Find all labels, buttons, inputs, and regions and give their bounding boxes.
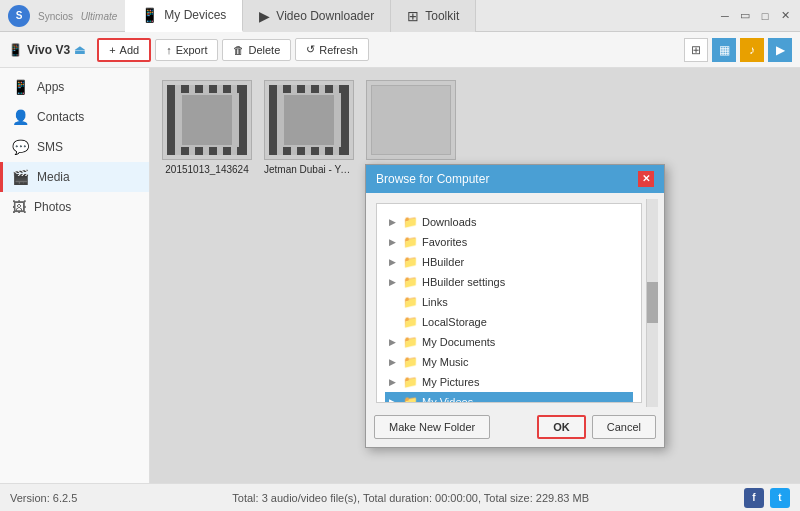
sidebar-item-sms[interactable]: 💬 SMS bbox=[0, 132, 149, 162]
sidebar-item-media[interactable]: 🎬 Media bbox=[0, 162, 149, 192]
folder-icon: 📁 bbox=[403, 235, 418, 249]
app-logo: S bbox=[8, 5, 30, 27]
dialog-footer-left: Make New Folder bbox=[374, 415, 490, 439]
arrow-icon: ▶ bbox=[389, 337, 399, 347]
eject-icon[interactable]: ⏏ bbox=[74, 43, 85, 57]
contacts-icon: 👤 bbox=[12, 109, 29, 125]
dialog-title-bar: Browse for Computer ✕ bbox=[366, 165, 664, 193]
dialog-footer-right: OK Cancel bbox=[537, 415, 656, 439]
arrow-icon: ▶ bbox=[389, 237, 399, 247]
sidebar: 📱 Apps 👤 Contacts 💬 SMS 🎬 Media 🖼 Photos bbox=[0, 68, 150, 483]
arrow-icon: ▶ bbox=[389, 217, 399, 227]
sidebar-item-contacts[interactable]: 👤 Contacts bbox=[0, 102, 149, 132]
sidebar-item-apps[interactable]: 📱 Apps bbox=[0, 72, 149, 102]
main-layout: 📱 Apps 👤 Contacts 💬 SMS 🎬 Media 🖼 Photos bbox=[0, 68, 800, 483]
ok-button[interactable]: OK bbox=[537, 415, 586, 439]
nav-tabs: 📱 My Devices ▶ Video Downloader ⊞ Toolki… bbox=[125, 0, 476, 32]
play-icon: ▶ bbox=[259, 8, 270, 24]
folder-icon: 📁 bbox=[403, 255, 418, 269]
phone-icon: 📱 bbox=[141, 7, 158, 23]
arrow-icon: ▶ bbox=[389, 257, 399, 267]
restore-button[interactable]: ▭ bbox=[736, 7, 754, 25]
export-icon: ↑ bbox=[166, 44, 172, 56]
arrow-icon: ▶ bbox=[389, 277, 399, 287]
tree-item-favorites[interactable]: ▶ 📁 Favorites bbox=[385, 232, 633, 252]
make-new-folder-button[interactable]: Make New Folder bbox=[374, 415, 490, 439]
view-grid-large-button[interactable]: ▦ bbox=[712, 38, 736, 62]
dialog-overlay: Browse for Computer ✕ ▶ 📁 Downloads ▶ 📁 bbox=[150, 68, 800, 483]
close-button[interactable]: ✕ bbox=[776, 7, 794, 25]
view-music-button[interactable]: ♪ bbox=[740, 38, 764, 62]
dialog-title: Browse for Computer bbox=[376, 172, 489, 186]
delete-icon: 🗑 bbox=[233, 44, 244, 56]
browse-dialog: Browse for Computer ✕ ▶ 📁 Downloads ▶ 📁 bbox=[365, 164, 665, 448]
refresh-icon: ↺ bbox=[306, 43, 315, 56]
add-button[interactable]: + Add bbox=[97, 38, 151, 62]
tree-item-downloads[interactable]: ▶ 📁 Downloads bbox=[385, 212, 633, 232]
arrow-icon: ▶ bbox=[389, 357, 399, 367]
folder-icon: 📁 bbox=[403, 275, 418, 289]
arrow-icon: ▶ bbox=[389, 397, 399, 403]
toolbar-right: ⊞ ▦ ♪ ▶ bbox=[684, 38, 792, 62]
toolkit-icon: ⊞ bbox=[407, 8, 419, 24]
scrollbar[interactable] bbox=[646, 199, 658, 407]
media-icon: 🎬 bbox=[12, 169, 29, 185]
dialog-tree-container: ▶ 📁 Downloads ▶ 📁 Favorites ▶ 📁 H bbox=[366, 193, 664, 407]
device-label: 📱 Vivo V3 ⏏ bbox=[8, 43, 93, 57]
tree-item-links[interactable]: 📁 Links bbox=[385, 292, 633, 312]
maximize-button[interactable]: □ bbox=[756, 7, 774, 25]
folder-icon: 📁 bbox=[403, 315, 418, 329]
tree-item-hbuilder[interactable]: ▶ 📁 HBuilder bbox=[385, 252, 633, 272]
status-text: Total: 3 audio/video file(s), Total dura… bbox=[232, 492, 589, 504]
toolbar: 📱 Vivo V3 ⏏ + Add ↑ Export 🗑 Delete ↺ Re… bbox=[0, 32, 800, 68]
view-media-button[interactable]: ▶ bbox=[768, 38, 792, 62]
title-bar: S Syncios Ultimate 📱 My Devices ▶ Video … bbox=[0, 0, 800, 32]
tree-item-my-documents[interactable]: ▶ 📁 My Documents bbox=[385, 332, 633, 352]
folder-icon: 📁 bbox=[403, 355, 418, 369]
toolbar-left: 📱 Vivo V3 ⏏ + Add ↑ Export 🗑 Delete ↺ Re… bbox=[8, 38, 369, 62]
folder-icon: 📁 bbox=[403, 295, 418, 309]
view-grid-small-button[interactable]: ⊞ bbox=[684, 38, 708, 62]
tab-my-devices[interactable]: 📱 My Devices bbox=[125, 0, 243, 32]
apps-icon: 📱 bbox=[12, 79, 29, 95]
folder-icon: 📁 bbox=[403, 215, 418, 229]
tree-item-my-pictures[interactable]: ▶ 📁 My Pictures bbox=[385, 372, 633, 392]
scrollbar-thumb bbox=[647, 282, 658, 324]
app-name: Syncios Ultimate bbox=[38, 8, 117, 23]
tab-toolkit[interactable]: ⊞ Toolkit bbox=[391, 0, 476, 32]
window-controls: ─ ▭ □ ✕ bbox=[716, 7, 800, 25]
photos-icon: 🖼 bbox=[12, 199, 26, 215]
dialog-footer: Make New Folder OK Cancel bbox=[366, 407, 664, 447]
tree-item-my-videos[interactable]: ▶ 📁 My Videos bbox=[385, 392, 633, 403]
content-area: 20151013_143624 Jetman Dubai - You... bbox=[150, 68, 800, 483]
arrow-icon: ▶ bbox=[389, 377, 399, 387]
folder-tree[interactable]: ▶ 📁 Downloads ▶ 📁 Favorites ▶ 📁 H bbox=[376, 203, 642, 403]
tree-item-local-storage[interactable]: 📁 LocalStorage bbox=[385, 312, 633, 332]
facebook-button[interactable]: f bbox=[744, 488, 764, 508]
phone-icon: 📱 bbox=[8, 43, 23, 57]
minimize-button[interactable]: ─ bbox=[716, 7, 734, 25]
sidebar-item-photos[interactable]: 🖼 Photos bbox=[0, 192, 149, 222]
twitter-button[interactable]: t bbox=[770, 488, 790, 508]
export-button[interactable]: ↑ Export bbox=[155, 39, 218, 61]
refresh-button[interactable]: ↺ Refresh bbox=[295, 38, 369, 61]
sms-icon: 💬 bbox=[12, 139, 29, 155]
tree-item-my-music[interactable]: ▶ 📁 My Music bbox=[385, 352, 633, 372]
add-icon: + bbox=[109, 44, 115, 56]
folder-icon: 📁 bbox=[403, 335, 418, 349]
version-label: Version: 6.2.5 bbox=[10, 492, 77, 504]
folder-icon: 📁 bbox=[403, 375, 418, 389]
tree-item-hbuilder-settings[interactable]: ▶ 📁 HBuilder settings bbox=[385, 272, 633, 292]
title-bar-left: S Syncios Ultimate 📱 My Devices ▶ Video … bbox=[0, 0, 476, 32]
tab-video-downloader[interactable]: ▶ Video Downloader bbox=[243, 0, 391, 32]
delete-button[interactable]: 🗑 Delete bbox=[222, 39, 291, 61]
social-buttons: f t bbox=[744, 488, 790, 508]
cancel-button[interactable]: Cancel bbox=[592, 415, 656, 439]
dialog-close-button[interactable]: ✕ bbox=[638, 171, 654, 187]
folder-icon: 📁 bbox=[403, 395, 418, 403]
status-bar: Version: 6.2.5 Total: 3 audio/video file… bbox=[0, 483, 800, 511]
